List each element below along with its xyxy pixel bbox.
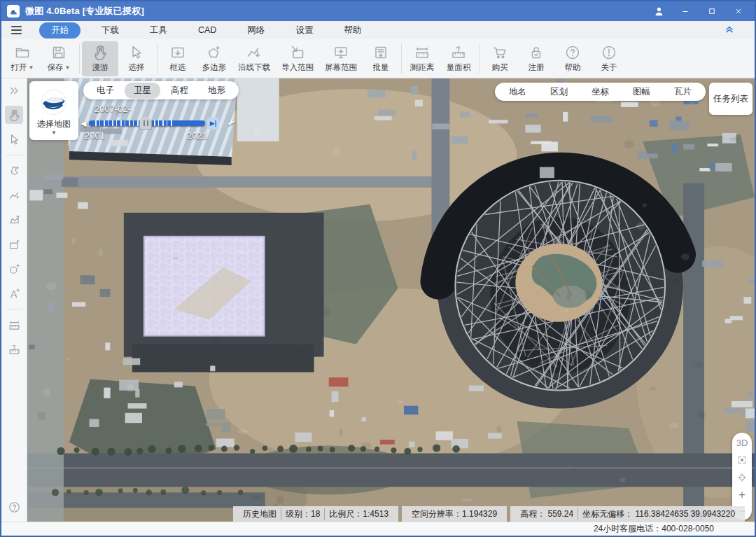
measure-distance-button[interactable]: 测距离 (404, 41, 440, 76)
toggle-coordinates[interactable]: 坐标 (592, 86, 609, 98)
measure-distance-icon[interactable] (5, 316, 23, 334)
layer-tab-vector[interactable]: 电子 (88, 83, 123, 99)
menu-tab-download[interactable]: 下载 (92, 22, 129, 39)
menu-tab-settings[interactable]: 设置 (286, 22, 323, 39)
fullscreen-icon[interactable] (737, 455, 747, 465)
draw-rectangle-icon[interactable] (5, 235, 23, 253)
select-tool-icon[interactable] (5, 130, 23, 148)
maximize-button[interactable] (701, 4, 722, 19)
pan-tool-icon[interactable] (5, 106, 23, 124)
close-button[interactable] (728, 4, 749, 19)
menu-tab-cad[interactable]: CAD (188, 23, 226, 37)
status-elevation: 高程： 559.24 (516, 508, 578, 520)
status-coordinates: 坐标无偏移： 116.38424635 39.9943220 (578, 508, 739, 520)
save-button[interactable]: 保存▼ (41, 41, 77, 76)
sidebar-divider (6, 309, 22, 309)
register-button[interactable]: 注册 (518, 41, 554, 76)
timeline-ticks (92, 120, 174, 126)
about-button[interactable]: 关于 (591, 41, 627, 76)
draw-polyline-icon[interactable] (5, 186, 23, 204)
titlebar: 微图 4.0Beta [专业版已授权] (1, 1, 755, 21)
layer-tab-elevation[interactable]: 高程 (162, 83, 197, 99)
hamburger-menu-icon[interactable] (11, 26, 27, 34)
toggle-districts[interactable]: 区划 (550, 86, 568, 98)
map-statusbar: 历史地图 级别：18 比例尺：1:4513 空间分辨率：1.194329 高程：… (233, 506, 745, 522)
select-tool-button[interactable]: 选择 (118, 41, 155, 76)
left-toolbar (1, 78, 27, 522)
map-source-picker[interactable]: 选择地图 ▼ (29, 81, 78, 140)
task-list-button[interactable]: 任务列表 (709, 83, 752, 115)
water-cube (124, 213, 324, 372)
timeline-settings-icon[interactable] (226, 116, 237, 130)
toggle-tiles[interactable]: 瓦片 (674, 86, 692, 98)
toggle-map-sheets[interactable]: 图幅 (633, 86, 650, 98)
timeline-slider[interactable] (89, 120, 205, 126)
box-select-button[interactable]: 框选 (160, 41, 196, 76)
overlay-toggle-bar: 地名 区划 坐标 图幅 瓦片 (495, 83, 706, 101)
status-resolution: 空间分辨率：1.194329 (402, 506, 507, 522)
history-timeline: 2007-02- ◀ ▶| 2001 2021 (80, 104, 262, 141)
locate-icon[interactable] (737, 473, 747, 482)
timeline-start-year: 2001 (85, 130, 105, 141)
status-history-map: 历史地图 (239, 508, 281, 520)
timeline-next-icon[interactable]: ▶| (207, 118, 219, 130)
purchase-button[interactable]: 购买 (482, 41, 518, 76)
service-phone: 24小时客服电话：400-028-0050 (594, 523, 714, 535)
sidebar-help-icon[interactable] (5, 498, 23, 516)
window-title: 微图 4.0Beta [专业版已授权] (25, 5, 144, 18)
expand-panel-icon[interactable] (5, 81, 23, 99)
status-scale: 比例尺：1:4513 (324, 508, 393, 520)
map-source-label: 选择地图 (37, 118, 71, 130)
screen-extent-button[interactable]: 屏幕范围 (319, 41, 363, 76)
measure-area-button[interactable]: 量面积 (440, 41, 477, 76)
toggle-placenames[interactable]: 地名 (509, 86, 526, 98)
menu-tab-start[interactable]: 开始 (39, 22, 80, 39)
help-button[interactable]: 帮助 (554, 41, 591, 76)
footer-bar: 24小时客服电话：400-028-0050 (1, 522, 755, 536)
toolbar-divider (157, 44, 158, 74)
draw-circle-icon[interactable] (5, 260, 23, 278)
menu-tab-tools[interactable]: 工具 (140, 22, 177, 39)
app-logo-icon (7, 5, 20, 18)
menubar: 开始 下载 工具 CAD 网络 设置 帮助 (1, 21, 755, 39)
birds-nest-stadium (437, 162, 683, 409)
ribbon-toolbar: 打开▼ 保存▼ 漫游 选择 框选 多边形 沿线下载 导入范围 屏幕范围 批量 测… (1, 39, 755, 78)
map-viewport[interactable]: 选择地图 ▼ 电子 卫星 高程 地形 2007-02- ◀ ▶| (27, 78, 755, 522)
sidebar-divider (6, 155, 22, 155)
batch-button[interactable]: 批量 (363, 41, 399, 76)
timeline-prev-icon[interactable]: ◀ (80, 119, 89, 128)
import-extent-button[interactable]: 导入范围 (276, 41, 319, 76)
pan-tool-button[interactable]: 漫游 (82, 41, 118, 76)
measure-area-icon[interactable] (5, 340, 23, 358)
timeline-handle[interactable] (139, 116, 152, 130)
open-button[interactable]: 打开▼ (4, 41, 41, 76)
timeline-end-year: 2021 (187, 130, 207, 141)
add-text-icon[interactable] (5, 284, 23, 302)
satellite-imagery (27, 78, 755, 521)
chevron-down-icon: ▼ (51, 132, 57, 134)
status-elevation-coords: 高程： 559.24 坐标无偏移： 116.38424635 39.994322… (510, 506, 745, 522)
layer-tab-satellite[interactable]: 卫星 (125, 83, 160, 99)
app-window: 微图 4.0Beta [专业版已授权] 开始 下载 工具 CAD 网络 设置 帮… (0, 0, 756, 537)
status-map-level-scale: 历史地图 级别：18 比例尺：1:4513 (233, 506, 398, 522)
toggle-3d-button[interactable]: 3D (736, 438, 748, 447)
minimize-button[interactable] (675, 4, 696, 19)
layer-tabs: 电子 卫星 高程 地形 (83, 81, 239, 99)
download-along-line-button[interactable]: 沿线下载 (232, 41, 276, 76)
draw-lasso-icon[interactable] (5, 162, 23, 180)
timeline-date-label: 2007-02- (94, 104, 262, 114)
draw-polygon-icon[interactable] (5, 211, 23, 229)
polygon-select-button[interactable]: 多边形 (196, 41, 232, 76)
collapse-ribbon-icon[interactable] (724, 23, 735, 37)
toolbar-divider (479, 44, 479, 74)
layer-tab-terrain[interactable]: 地形 (199, 83, 234, 99)
menu-tab-network[interactable]: 网络 (237, 22, 274, 39)
status-level: 级别：18 (281, 508, 324, 520)
zoom-in-button[interactable]: + (738, 490, 746, 499)
menu-tab-help[interactable]: 帮助 (334, 22, 371, 39)
toolbar-divider (79, 44, 80, 74)
toolbar-divider (401, 44, 402, 74)
user-account-icon[interactable] (648, 4, 669, 19)
globe-icon (39, 88, 69, 117)
